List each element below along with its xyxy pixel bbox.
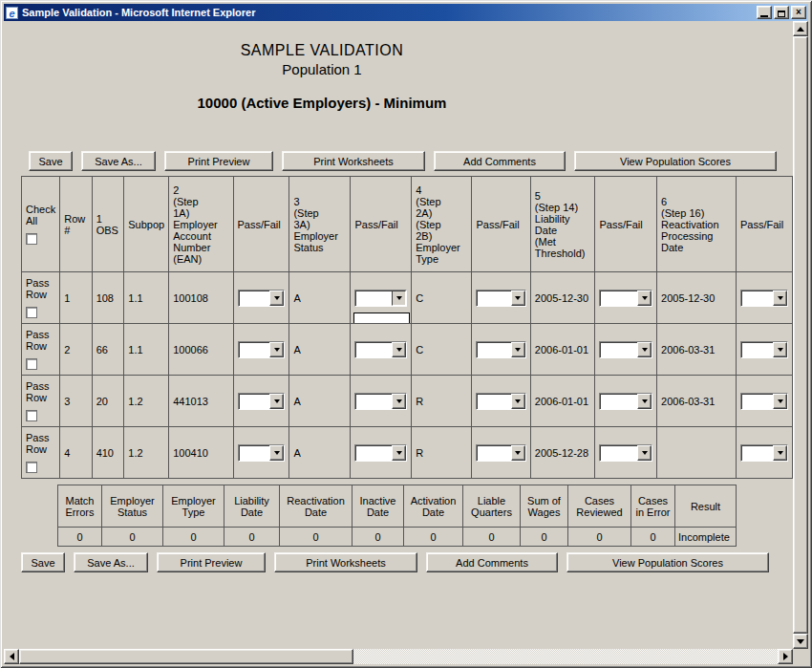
pass-row-checkbox[interactable] [26,358,37,370]
chevron-down-icon[interactable] [637,342,652,357]
pass-row-checkbox[interactable] [26,307,37,318]
employer-status-cell: A [289,324,351,376]
pass-fail-select-value [355,291,392,306]
pass-fail-select[interactable] [476,393,525,410]
ie-icon: e [6,7,18,19]
chevron-down-icon[interactable] [269,291,284,306]
chevron-down-icon[interactable] [773,445,787,461]
pass-fail-select-value [741,445,773,461]
save-as-button-bottom[interactable]: Save As... [74,552,148,572]
pass-fail-cell [351,376,412,427]
col-header-pass-fail-4: Pass/Fail [595,177,657,272]
pass-fail-select[interactable] [238,393,286,410]
pass-fail-select-value [355,342,392,357]
add-comments-button-bottom[interactable]: Add Comments [426,552,558,572]
summary-header-liability-date: Liability Date [224,485,280,528]
scroll-right-button[interactable] [778,649,793,664]
horizontal-scrollbar[interactable] [4,649,793,664]
pass-fail-select[interactable] [354,393,407,410]
chevron-down-icon[interactable] [773,394,787,409]
chevron-down-icon[interactable] [637,445,652,461]
pass-fail-select[interactable] [599,290,652,307]
chevron-down-icon[interactable] [392,445,406,461]
pass-fail-select[interactable] [238,444,286,462]
page-headings: SAMPLE VALIDATION Population 1 10000 (Ac… [4,42,640,111]
chevron-down-icon[interactable] [511,445,525,461]
save-button-bottom[interactable]: Save [21,552,65,572]
print-preview-button[interactable]: Print Preview [164,151,273,171]
pass-fail-select[interactable] [476,290,525,307]
print-worksheets-button-bottom[interactable]: Print Worksheets [274,552,417,572]
pass-fail-select[interactable] [599,444,652,462]
horizontal-scroll-thumb[interactable] [19,649,353,664]
scroll-down-button[interactable] [793,634,808,649]
summary-value-sum-of-wages: 0 [521,528,568,547]
col-header-reactivation-date: 6 (Step 16) Reactivation Processing Date [657,177,737,272]
pass-row-checkbox[interactable] [26,410,37,421]
employer-type-cell: C [412,272,472,324]
pass-fail-select[interactable] [740,290,788,307]
pass-fail-select[interactable] [740,393,788,410]
summary-header-employer-status: Employer Status [102,485,163,528]
pass-row-label: Pass Row [26,380,49,403]
pass-fail-cell [351,427,412,479]
dropdown-option-blank[interactable] [354,313,409,324]
title-bar[interactable]: e Sample Validation - Microsoft Internet… [4,4,808,21]
scroll-left-button[interactable] [4,649,19,664]
chevron-down-icon[interactable] [392,342,406,357]
pass-fail-cell [472,272,530,324]
pass-fail-select[interactable] [238,290,286,307]
pass-fail-select[interactable] [476,341,525,358]
liability-date-cell: 2006-01-01 [530,324,595,376]
close-button[interactable]: × [791,6,806,19]
chevron-down-icon[interactable] [773,291,787,306]
chevron-down-icon[interactable] [269,394,284,409]
chevron-down-icon[interactable] [773,342,787,357]
table-row-1: Pass Row 1 108 1.1 100108 A [22,272,793,324]
pass-fail-select[interactable] [740,341,788,358]
pass-fail-cell [233,324,289,376]
chevron-down-icon[interactable] [511,342,525,357]
obs-cell: 20 [92,376,124,427]
chevron-down-icon[interactable] [511,394,525,409]
add-comments-button[interactable]: Add Comments [434,151,566,171]
summary-value-cases-in-error: 0 [631,528,675,547]
chevron-down-icon[interactable] [637,394,652,409]
pass-fail-select[interactable] [740,444,788,462]
pass-fail-cell-clipped [736,272,792,324]
col-header-subpop: Subpop [124,177,169,272]
view-population-scores-button-bottom[interactable]: View Population Scores [566,552,769,572]
minimize-button[interactable] [757,6,772,19]
pass-fail-select[interactable] [354,444,407,462]
save-as-button[interactable]: Save As... [81,151,156,171]
vertical-scrollbar[interactable] [793,21,808,649]
summary-header-cases-in-error: Cases in Error [631,485,675,528]
chevron-down-icon[interactable] [392,394,406,409]
check-all-checkbox[interactable] [26,233,37,245]
vertical-scroll-thumb[interactable] [793,36,808,634]
ean-cell: 100066 [169,324,233,376]
pass-fail-select-open[interactable] [354,290,407,307]
chevron-down-icon[interactable] [511,291,525,306]
pass-fail-select[interactable] [599,341,652,358]
view-population-scores-button[interactable]: View Population Scores [574,151,777,171]
liability-date-cell: 2005-12-30 [530,272,595,324]
scroll-up-button[interactable] [793,21,808,36]
chevron-down-icon[interactable] [269,445,284,461]
pass-fail-select[interactable] [354,341,407,358]
chevron-down-icon[interactable] [637,291,652,306]
chevron-down-icon[interactable] [392,291,406,306]
maximize-button[interactable] [774,6,789,19]
chevron-down-icon[interactable] [269,342,284,357]
pass-fail-select[interactable] [476,444,525,462]
pass-row-checkbox[interactable] [26,462,37,473]
pass-fail-select[interactable] [238,341,286,358]
print-preview-button-bottom[interactable]: Print Preview [157,552,266,572]
scrollbar-corner [793,649,808,664]
save-button[interactable]: Save [29,151,73,171]
print-worksheets-button[interactable]: Print Worksheets [282,151,425,171]
employer-status-cell: A [289,427,351,479]
browser-window: e Sample Validation - Microsoft Internet… [0,0,812,668]
pass-fail-select[interactable] [599,393,652,410]
col-header-pass-fail-1: Pass/Fail [233,177,289,272]
